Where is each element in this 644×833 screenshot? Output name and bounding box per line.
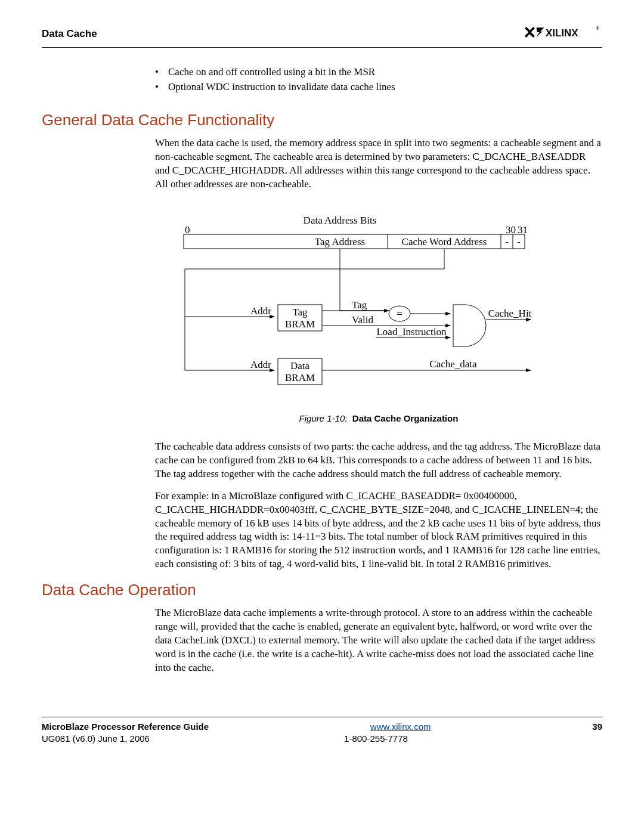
bullet-list: Cache on and off controlled using a bit … (155, 66, 602, 94)
header-rule (42, 47, 602, 48)
section-heading-operation: Data Cache Operation (42, 580, 602, 600)
page-number: 39 (592, 721, 602, 732)
svg-text:=: = (397, 308, 402, 320)
svg-text:Addr: Addr (250, 305, 271, 317)
paragraph: For example: in a MicroBlaze configured … (155, 490, 602, 572)
paragraph: The MicroBlaze data cache implements a w… (155, 606, 602, 675)
figure-caption: Figure 1-10: Data Cache Organization (155, 413, 602, 425)
bullet-item: Cache on and off controlled using a bit … (155, 66, 602, 79)
bullet-item: Optional WDC instruction to invalidate d… (155, 80, 602, 94)
svg-text:Tag: Tag (292, 306, 308, 318)
svg-text:31: 31 (518, 224, 528, 236)
page-footer: MicroBlaze Processor Reference Guide www… (42, 717, 602, 745)
svg-text:Data: Data (290, 360, 310, 371)
svg-text:Cache_data: Cache_data (429, 358, 477, 370)
svg-text:30: 30 (506, 224, 516, 236)
svg-text:-: - (505, 236, 509, 247)
svg-text:Valid: Valid (352, 314, 373, 326)
svg-text:Cache_Hit: Cache_Hit (488, 308, 532, 319)
svg-text:BRAM: BRAM (285, 372, 315, 383)
figure-diagram: Data Address Bits 0 30 31 Tag Address Ca… (155, 215, 602, 425)
footer-link[interactable]: www.xilinx.com (370, 721, 431, 732)
paragraph: The cacheable data address consists of t… (155, 440, 602, 481)
svg-text:-: - (517, 236, 521, 247)
svg-text:0: 0 (185, 224, 190, 236)
svg-text:®: ® (596, 26, 600, 31)
section-heading-general: General Data Cache Functionality (42, 110, 602, 131)
svg-text:BRAM: BRAM (285, 318, 315, 330)
header-section: Data Cache (42, 27, 97, 41)
svg-text:Data Address Bits: Data Address Bits (304, 215, 377, 226)
xilinx-logo: XILINX ® (525, 24, 602, 45)
svg-text:Addr: Addr (250, 359, 271, 370)
paragraph: When the data cache is used, the memory … (155, 137, 602, 191)
svg-text:Tag: Tag (352, 299, 367, 311)
svg-text:XILINX: XILINX (546, 27, 578, 39)
svg-text:Load_Instruction: Load_Instruction (376, 326, 447, 337)
svg-text:Tag Address: Tag Address (315, 236, 365, 247)
svg-text:Cache Word Address: Cache Word Address (402, 236, 487, 247)
